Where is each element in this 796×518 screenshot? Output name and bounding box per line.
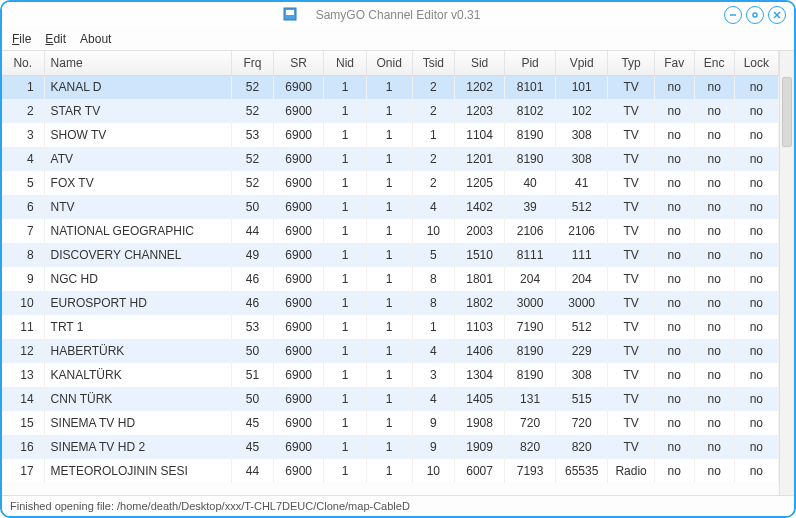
maximize-button[interactable] <box>746 6 764 24</box>
cell-pid: 131 <box>505 387 556 411</box>
cell-name: EUROSPORT HD <box>44 291 231 315</box>
table-row[interactable]: 14CNN TÜRK5069001141405131515TVnonono <box>2 387 779 411</box>
cell-fav: no <box>654 99 694 123</box>
table-row[interactable]: 13KANALTÜRK51690011313048190308TVnonono <box>2 363 779 387</box>
cell-frq: 51 <box>231 363 273 387</box>
menu-file[interactable]: File <box>12 32 31 46</box>
cell-frq: 52 <box>231 147 273 171</box>
cell-typ: TV <box>608 411 654 435</box>
col-typ[interactable]: Typ <box>608 51 654 75</box>
cell-name: SINEMA TV HD 2 <box>44 435 231 459</box>
cell-onid: 1 <box>366 339 412 363</box>
cell-lock: no <box>734 411 778 435</box>
cell-lock: no <box>734 435 778 459</box>
cell-enc: no <box>694 363 734 387</box>
table-row[interactable]: 5FOX TV52690011212054041TVnonono <box>2 171 779 195</box>
table-row[interactable]: 9NGC HD4669001181801204204TVnonono <box>2 267 779 291</box>
table-row[interactable]: 10EUROSPORT HD466900118180230003000TVnon… <box>2 291 779 315</box>
cell-vpid: 41 <box>555 171 608 195</box>
cell-sid: 1406 <box>454 339 505 363</box>
cell-onid: 1 <box>366 171 412 195</box>
col-frq[interactable]: Frq <box>231 51 273 75</box>
table-row[interactable]: 7NATIONAL GEOGRAPHIC44690011102003210621… <box>2 219 779 243</box>
scrollbar-vertical[interactable] <box>779 51 794 495</box>
table-row[interactable]: 6NTV506900114140239512TVnonono <box>2 195 779 219</box>
cell-fav: no <box>654 435 694 459</box>
cell-vpid: 3000 <box>555 291 608 315</box>
cell-vpid: 308 <box>555 363 608 387</box>
col-pid[interactable]: Pid <box>505 51 556 75</box>
cell-sr: 6900 <box>273 435 324 459</box>
cell-typ: TV <box>608 219 654 243</box>
col-sid[interactable]: Sid <box>454 51 505 75</box>
cell-enc: no <box>694 267 734 291</box>
scrollbar-thumb[interactable] <box>782 77 792 147</box>
cell-tsid: 10 <box>412 459 454 483</box>
cell-fav: no <box>654 219 694 243</box>
cell-pid: 3000 <box>505 291 556 315</box>
cell-enc: no <box>694 411 734 435</box>
cell-enc: no <box>694 315 734 339</box>
table-row[interactable]: 16SINEMA TV HD 24569001191909820820TVnon… <box>2 435 779 459</box>
table-row[interactable]: 8DISCOVERY CHANNEL49690011515108111111TV… <box>2 243 779 267</box>
col-nid[interactable]: Nid <box>324 51 366 75</box>
cell-sid: 1103 <box>454 315 505 339</box>
col-fav[interactable]: Fav <box>654 51 694 75</box>
titlebar[interactable]: SamyGO Channel Editor v0.31 <box>2 2 794 28</box>
cell-nid: 1 <box>324 459 366 483</box>
app-window: SamyGO Channel Editor v0.31 File Edit Ab… <box>0 0 796 518</box>
close-button[interactable] <box>768 6 786 24</box>
table-row[interactable]: 17METEOROLOJININ SESI4469001110600771936… <box>2 459 779 483</box>
cell-typ: TV <box>608 147 654 171</box>
col-tsid[interactable]: Tsid <box>412 51 454 75</box>
cell-name: KANALTÜRK <box>44 363 231 387</box>
table-header[interactable]: No.NameFrqSRNidOnidTsidSidPidVpidTypFavE… <box>2 51 779 75</box>
cell-frq: 44 <box>231 219 273 243</box>
cell-sid: 6007 <box>454 459 505 483</box>
menu-edit[interactable]: Edit <box>45 32 66 46</box>
cell-sid: 1510 <box>454 243 505 267</box>
cell-enc: no <box>694 339 734 363</box>
cell-fav: no <box>654 123 694 147</box>
table-row[interactable]: 11TRT 153690011111037190512TVnonono <box>2 315 779 339</box>
cell-name: METEOROLOJININ SESI <box>44 459 231 483</box>
cell-fav: no <box>654 75 694 99</box>
cell-sid: 1304 <box>454 363 505 387</box>
col-vpid[interactable]: Vpid <box>555 51 608 75</box>
cell-lock: no <box>734 315 778 339</box>
col-sr[interactable]: SR <box>273 51 324 75</box>
col-lock[interactable]: Lock <box>734 51 778 75</box>
col-enc[interactable]: Enc <box>694 51 734 75</box>
minimize-button[interactable] <box>724 6 742 24</box>
table-row[interactable]: 12HABERTÜRK50690011414068190229TVnonono <box>2 339 779 363</box>
col-name[interactable]: Name <box>44 51 231 75</box>
cell-enc: no <box>694 195 734 219</box>
app-icon <box>283 7 297 24</box>
cell-frq: 50 <box>231 195 273 219</box>
cell-no: 17 <box>2 459 44 483</box>
table-row[interactable]: 15SINEMA TV HD4569001191908720720TVnonon… <box>2 411 779 435</box>
cell-fav: no <box>654 315 694 339</box>
channel-table[interactable]: No.NameFrqSRNidOnidTsidSidPidVpidTypFavE… <box>2 51 779 483</box>
cell-lock: no <box>734 99 778 123</box>
menu-about[interactable]: About <box>80 32 111 46</box>
cell-fav: no <box>654 171 694 195</box>
cell-sr: 6900 <box>273 363 324 387</box>
table-row[interactable]: 3SHOW TV53690011111048190308TVnonono <box>2 123 779 147</box>
cell-tsid: 4 <box>412 387 454 411</box>
cell-nid: 1 <box>324 147 366 171</box>
col-onid[interactable]: Onid <box>366 51 412 75</box>
cell-typ: TV <box>608 123 654 147</box>
col-no[interactable]: No. <box>2 51 44 75</box>
cell-tsid: 8 <box>412 267 454 291</box>
cell-frq: 46 <box>231 291 273 315</box>
cell-pid: 204 <box>505 267 556 291</box>
cell-pid: 820 <box>505 435 556 459</box>
cell-pid: 8190 <box>505 147 556 171</box>
table-row[interactable]: 4ATV52690011212018190308TVnonono <box>2 147 779 171</box>
cell-sid: 1202 <box>454 75 505 99</box>
cell-fav: no <box>654 411 694 435</box>
table-row[interactable]: 2STAR TV52690011212038102102TVnonono <box>2 99 779 123</box>
table-row[interactable]: 1KANAL D52690011212028101101TVnonono <box>2 75 779 99</box>
cell-frq: 52 <box>231 171 273 195</box>
